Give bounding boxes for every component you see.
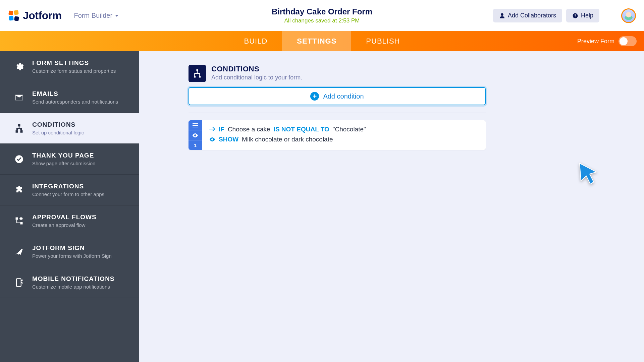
sidebar-item-label: MOBILE NOTIFICATIONS <box>32 275 115 283</box>
divider <box>609 6 609 25</box>
sidebar-item-sub: Customize mobile app notifications <box>32 284 115 290</box>
main: FORM SETTINGS Customize form status and … <box>0 51 644 362</box>
svg-rect-13 <box>16 279 21 286</box>
divider <box>68 10 68 21</box>
preview-form-toggle[interactable]: Preview Form <box>577 36 637 46</box>
help-button[interactable]: ? Help <box>566 9 599 22</box>
svg-rect-2 <box>9 16 13 20</box>
show-keyword: SHOW <box>219 136 238 143</box>
if-value: "Chocolate" <box>333 126 366 133</box>
svg-rect-14 <box>197 69 198 71</box>
svg-rect-0 <box>8 10 13 15</box>
header-right: Add Collaborators ? Help <box>493 6 636 25</box>
operator: IS NOT EQUAL TO <box>274 126 329 133</box>
if-field: Choose a cake <box>228 126 270 133</box>
svg-rect-7 <box>16 131 18 132</box>
svg-rect-8 <box>21 131 22 132</box>
sidebar-item-sub: Connect your form to other apps <box>32 191 104 197</box>
tree-icon <box>13 123 25 134</box>
sidebar-item-sub: Customize form status and properties <box>32 68 116 74</box>
form-builder-label: Form Builder <box>74 12 112 19</box>
logo[interactable]: Jotform <box>8 9 62 22</box>
condition-body: IF Choose a cake IS NOT EQUAL TO "Chocol… <box>202 120 486 150</box>
check-icon <box>13 154 25 165</box>
sidebar-item-label: APPROVAL FLOWS <box>32 214 97 221</box>
svg-rect-11 <box>20 222 23 224</box>
sidebar-item-integrations[interactable]: INTEGRATIONS Connect your form to other … <box>0 175 139 205</box>
sidebar-item-label: JOTFORM SIGN <box>32 244 112 252</box>
add-collaborators-label: Add Collaborators <box>508 12 556 19</box>
tab-bar: BUILD SETTINGS PUBLISH Preview Form <box>0 31 644 51</box>
sidebar-item-thank-you[interactable]: THANK YOU PAGE Show page after submissio… <box>0 144 139 175</box>
svg-rect-15 <box>194 76 196 78</box>
sidebar-item-jotform-sign[interactable]: JOTFORM SIGN Power your forms with Jotfo… <box>0 236 139 267</box>
content: CONDITIONS Add conditional logic to your… <box>139 51 644 362</box>
gear-icon <box>13 61 25 72</box>
chevron-down-icon <box>115 15 118 17</box>
save-status: All changes saved at 2:53 PM <box>272 17 372 24</box>
add-collaborators-button[interactable]: Add Collaborators <box>493 9 562 22</box>
logo-icon <box>8 10 19 21</box>
sidebar-item-mobile-notifications[interactable]: MOBILE NOTIFICATIONS Customize mobile ap… <box>0 267 139 298</box>
help-label: Help <box>581 12 593 19</box>
sidebar-item-sub: Show page after submission <box>32 161 95 166</box>
toggle-switch[interactable] <box>619 36 637 46</box>
sidebar-item-form-settings[interactable]: FORM SETTINGS Customize form status and … <box>0 51 139 82</box>
sidebar-item-emails[interactable]: EMAILS Send autoresponders and notificat… <box>0 82 139 113</box>
user-icon <box>499 13 505 19</box>
add-condition-button[interactable]: + Add condition <box>189 87 486 105</box>
page-header: CONDITIONS Add conditional logic to your… <box>156 65 627 81</box>
form-title[interactable]: Birthday Cake Order Form <box>272 7 372 16</box>
tab-build[interactable]: BUILD <box>229 31 282 51</box>
condition-index: 1 <box>189 140 202 150</box>
page-subtitle: Add conditional logic to your form. <box>211 74 302 81</box>
mail-icon <box>13 92 25 103</box>
sign-icon <box>13 246 25 257</box>
show-field: Milk chocolate or dark chocolate <box>242 136 333 143</box>
page-title: CONDITIONS <box>211 65 302 73</box>
mobile-icon <box>13 277 25 288</box>
divider <box>189 113 486 113</box>
sidebar-item-conditions[interactable]: CONDITIONS Set up conditional logic <box>0 113 139 144</box>
svg-rect-6 <box>18 124 20 126</box>
sidebar-item-approval-flows[interactable]: APPROVAL FLOWS Create an approval flow <box>0 205 139 236</box>
cursor-icon <box>578 162 599 187</box>
sidebar-item-label: CONDITIONS <box>32 121 84 128</box>
svg-rect-1 <box>14 10 18 15</box>
drag-handle-icon[interactable] <box>189 120 202 130</box>
conditions-icon <box>189 65 206 82</box>
puzzle-icon <box>13 184 25 196</box>
form-builder-dropdown[interactable]: Form Builder <box>74 12 118 19</box>
svg-rect-3 <box>14 16 19 21</box>
svg-rect-10 <box>16 217 18 220</box>
arrow-right-icon <box>209 126 215 133</box>
condition-show-line: SHOW Milk chocolate or dark chocolate <box>209 136 478 143</box>
sidebar: FORM SETTINGS Customize form status and … <box>0 51 139 362</box>
sidebar-item-label: THANK YOU PAGE <box>32 152 95 159</box>
sidebar-item-label: FORM SETTINGS <box>32 59 116 67</box>
tab-publish[interactable]: PUBLISH <box>351 31 415 51</box>
eye-icon <box>209 136 215 143</box>
sidebar-item-sub: Power your forms with Jotform Sign <box>32 253 112 259</box>
flow-icon <box>13 215 25 227</box>
logo-text: Jotform <box>23 9 62 22</box>
condition-side: 1 <box>189 120 202 150</box>
svg-rect-16 <box>199 76 201 78</box>
help-icon: ? <box>572 13 578 19</box>
condition-card[interactable]: 1 IF Choose a cake IS NOT EQUAL TO "Choc… <box>189 120 486 150</box>
svg-rect-12 <box>19 217 22 220</box>
svg-text:?: ? <box>574 13 576 17</box>
tab-settings[interactable]: SETTINGS <box>282 31 351 51</box>
eye-icon[interactable] <box>189 130 202 140</box>
top-header: Jotform Form Builder Birthday Cake Order… <box>0 0 644 31</box>
sidebar-item-sub: Set up conditional logic <box>32 130 84 135</box>
preview-form-label: Preview Form <box>577 38 614 45</box>
sidebar-item-label: EMAILS <box>32 90 118 98</box>
condition-if-line: IF Choose a cake IS NOT EQUAL TO "Chocol… <box>209 126 478 133</box>
add-condition-label: Add condition <box>323 93 364 100</box>
avatar[interactable] <box>621 8 636 23</box>
if-keyword: IF <box>219 126 224 133</box>
plus-icon: + <box>310 92 319 101</box>
sidebar-item-label: INTEGRATIONS <box>32 183 104 190</box>
sidebar-item-sub: Create an approval flow <box>32 222 97 228</box>
